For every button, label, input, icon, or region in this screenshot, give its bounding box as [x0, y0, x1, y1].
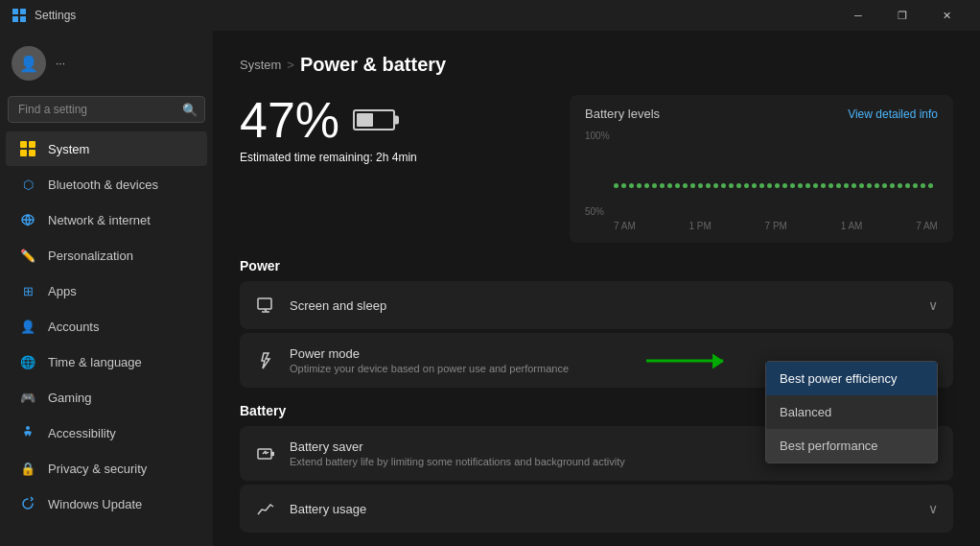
- battery-saver-desc: Extend battery life by limiting some not…: [290, 456, 823, 467]
- svg-rect-5: [29, 141, 35, 148]
- time-icon: 🌐: [19, 353, 36, 370]
- chart-y-labels: 100% 50%: [585, 131, 610, 217]
- sidebar-item-privacy[interactable]: 🔒 Privacy & security: [6, 451, 207, 486]
- battery-overview: 47% Estimated time remaining: 2h 4min Ba…: [240, 95, 953, 243]
- sidebar-item-network[interactable]: Network & internet: [6, 202, 207, 237]
- battery-percent-row: 47%: [240, 95, 550, 145]
- update-icon: [19, 495, 36, 512]
- sidebar-label-apps: Apps: [48, 284, 77, 298]
- dot: [721, 183, 726, 188]
- accounts-icon: 👤: [19, 318, 36, 335]
- dot: [644, 183, 649, 188]
- screen-sleep-right: ∨: [928, 297, 938, 313]
- dot: [736, 183, 741, 188]
- dropdown-item-efficiency[interactable]: Best power efficiency: [766, 362, 937, 395]
- battery-left: 47% Estimated time remaining: 2h 4min: [240, 95, 550, 243]
- sidebar-label-update: Windows Update: [48, 497, 142, 511]
- estimated-label: Estimated time remaining:: [240, 151, 373, 164]
- restore-button[interactable]: ❐: [880, 0, 924, 31]
- screen-sleep-row[interactable]: Screen and sleep ∨: [240, 281, 953, 329]
- sidebar-label-network: Network & internet: [48, 213, 151, 227]
- close-button[interactable]: ✕: [924, 0, 968, 31]
- breadcrumb: System > Power & battery: [240, 54, 953, 76]
- dot: [629, 183, 634, 188]
- chart-content: [614, 131, 938, 207]
- chevron-down-icon: ∨: [928, 297, 938, 313]
- search-box: 🔍: [8, 96, 205, 123]
- dropdown-item-performance[interactable]: Best performance: [766, 429, 937, 463]
- app-icon: [12, 8, 27, 23]
- sidebar-label-bluetooth: Bluetooth & devices: [48, 178, 158, 192]
- dot: [890, 183, 895, 188]
- accessibility-icon: [19, 424, 36, 441]
- dot: [767, 183, 772, 188]
- sidebar-item-bluetooth[interactable]: ⬡ Bluetooth & devices: [6, 167, 207, 202]
- sidebar-label-time: Time & language: [48, 355, 142, 369]
- sidebar-item-apps[interactable]: ⊞ Apps: [6, 273, 207, 308]
- battery-icon: [353, 109, 395, 131]
- page-title: Power & battery: [300, 54, 446, 76]
- x-label-0: 7 AM: [614, 221, 636, 231]
- dot: [898, 183, 902, 188]
- privacy-icon: 🔒: [19, 460, 36, 477]
- battery-usage-icon: [255, 498, 276, 519]
- svg-rect-6: [20, 150, 27, 156]
- dot: [875, 183, 879, 188]
- sidebar-item-accounts[interactable]: 👤 Accounts: [6, 309, 207, 344]
- sidebar-item-time[interactable]: 🌐 Time & language: [6, 344, 207, 379]
- minimize-button[interactable]: ─: [836, 0, 880, 31]
- screen-sleep-card: Screen and sleep ∨: [240, 281, 953, 329]
- sidebar-item-update[interactable]: Windows Update: [6, 487, 207, 521]
- sidebar-item-personalization[interactable]: ✏️ Personalization: [6, 238, 207, 273]
- breadcrumb-separator: >: [287, 58, 294, 72]
- view-detailed-link[interactable]: View detailed info: [848, 107, 938, 121]
- dot: [667, 183, 672, 188]
- estimated-time: Estimated time remaining: 2h 4min: [240, 151, 550, 164]
- dot: [637, 183, 642, 188]
- dot: [913, 183, 918, 188]
- battery-saver-icon: [255, 443, 276, 464]
- svg-rect-7: [29, 150, 35, 156]
- dot: [621, 183, 626, 188]
- dot: [713, 183, 718, 188]
- sidebar: 👤 ··· 🔍 System ⬡: [0, 31, 213, 546]
- battery-usage-row[interactable]: Battery usage ∨: [240, 485, 953, 533]
- sidebar-label-gaming: Gaming: [48, 391, 92, 405]
- dot: [744, 183, 749, 188]
- dot: [905, 183, 910, 188]
- power-section-title: Power: [240, 258, 953, 273]
- network-icon: [19, 211, 36, 228]
- battery-percent: 47%: [240, 95, 339, 145]
- sidebar-item-gaming[interactable]: 🎮 Gaming: [6, 380, 207, 415]
- power-mode-card: Power mode Optimize your device based on…: [240, 333, 953, 388]
- search-input[interactable]: [8, 96, 205, 123]
- sidebar-label-accessibility: Accessibility: [48, 426, 116, 440]
- dot: [867, 183, 872, 188]
- dot: [928, 183, 933, 188]
- sidebar-label-accounts: Accounts: [48, 320, 99, 334]
- search-icon: 🔍: [182, 103, 198, 117]
- sidebar-label-system: System: [48, 142, 89, 156]
- svg-rect-1: [20, 9, 26, 14]
- sidebar-item-accessibility[interactable]: Accessibility: [6, 415, 207, 450]
- sidebar-item-system[interactable]: System: [6, 131, 207, 166]
- power-mode-row[interactable]: Power mode Optimize your device based on…: [240, 333, 953, 388]
- dropdown-item-balanced[interactable]: Balanced: [766, 395, 937, 429]
- dot: [782, 183, 787, 188]
- window-controls: ─ ❐ ✕: [836, 0, 968, 31]
- svg-rect-2: [12, 16, 18, 22]
- x-label-1: 1 PM: [689, 221, 712, 231]
- dot: [652, 183, 657, 188]
- breadcrumb-parent[interactable]: System: [240, 58, 281, 72]
- dot: [698, 183, 703, 188]
- svg-rect-0: [12, 9, 18, 14]
- titlebar: Settings ─ ❐ ✕: [0, 0, 980, 31]
- y-label-50: 50%: [585, 206, 610, 217]
- system-icon: [19, 140, 36, 157]
- power-mode-dropdown: Best power efficiency Balanced Best perf…: [765, 361, 938, 463]
- x-label-4: 7 AM: [916, 221, 938, 231]
- dot: [675, 183, 680, 188]
- battery-usage-label: Battery usage: [290, 502, 915, 516]
- chart-area: 100% 50%: [585, 131, 938, 217]
- apps-icon: ⊞: [19, 282, 36, 299]
